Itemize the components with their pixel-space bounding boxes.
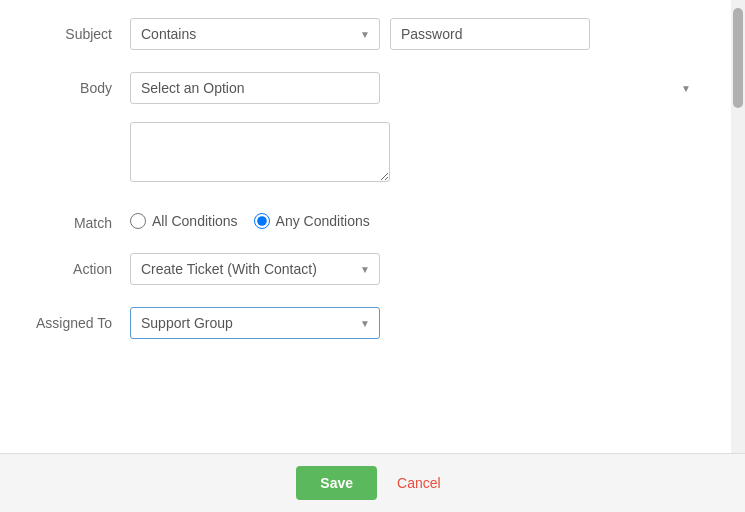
match-label: Match [10,207,130,231]
footer-bar: Save Cancel [0,453,745,512]
body-condition-select[interactable]: Select an Option Contains Does Not Conta… [130,72,380,104]
match-controls: All Conditions Any Conditions [130,207,370,229]
subject-condition-select[interactable]: Contains Does Not Contain Starts With En… [130,18,380,50]
body-condition-wrapper: Select an Option Contains Does Not Conta… [130,72,701,104]
body-row: Body Select an Option Contains Does Not … [10,72,701,185]
action-label: Action [10,253,130,277]
action-select[interactable]: Create Ticket (With Contact) Create Tick… [130,253,380,285]
assigned-to-controls: Support Group Agent 1 Agent 2 [130,307,701,339]
subject-label: Subject [10,18,130,42]
all-conditions-label[interactable]: All Conditions [130,213,238,229]
action-controls: Create Ticket (With Contact) Create Tick… [130,253,701,285]
page-wrapper: Subject Contains Does Not Contain Starts… [0,0,745,512]
any-conditions-radio[interactable] [254,213,270,229]
assigned-to-label: Assigned To [10,307,130,331]
any-conditions-text: Any Conditions [276,213,370,229]
assigned-to-row: Assigned To Support Group Agent 1 Agent … [10,307,701,339]
action-row: Action Create Ticket (With Contact) Crea… [10,253,701,285]
content-area: Subject Contains Does Not Contain Starts… [0,0,745,453]
match-row: Match All Conditions Any Conditions [10,207,701,231]
save-button[interactable]: Save [296,466,377,500]
action-select-wrapper: Create Ticket (With Contact) Create Tick… [130,253,380,285]
subject-value-input[interactable] [390,18,590,50]
assigned-to-select-wrapper: Support Group Agent 1 Agent 2 [130,307,380,339]
form-container: Subject Contains Does Not Contain Starts… [0,0,731,379]
body-label: Body [10,72,130,96]
cancel-button[interactable]: Cancel [389,466,449,500]
body-controls: Select an Option Contains Does Not Conta… [130,72,701,185]
subject-condition-wrapper: Contains Does Not Contain Starts With En… [130,18,380,50]
all-conditions-radio[interactable] [130,213,146,229]
subject-controls: Contains Does Not Contain Starts With En… [130,18,701,50]
any-conditions-label[interactable]: Any Conditions [254,213,370,229]
body-textarea-wrapper [130,122,701,185]
scrollbar[interactable] [731,0,745,453]
subject-row: Subject Contains Does Not Contain Starts… [10,18,701,50]
body-textarea[interactable] [130,122,390,182]
assigned-to-select[interactable]: Support Group Agent 1 Agent 2 [130,307,380,339]
scrollbar-thumb [733,8,743,108]
all-conditions-text: All Conditions [152,213,238,229]
